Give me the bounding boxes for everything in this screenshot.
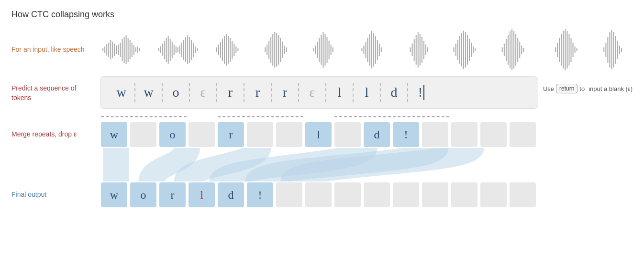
svg-rect-107 (473, 46, 474, 53)
sep-5 (218, 114, 245, 117)
svg-rect-39 (195, 46, 196, 53)
sep-4 (189, 114, 216, 117)
token-input-box[interactable]: w w o ε r r r ε (100, 76, 538, 109)
svg-rect-78 (365, 42, 366, 58)
merge-cell-e5 (334, 122, 361, 147)
svg-rect-76 (361, 48, 362, 51)
merge-grid-row: w o r l d ! (100, 121, 633, 148)
svg-rect-70 (322, 32, 323, 68)
svg-rect-73 (329, 41, 330, 59)
token-excl: ! (408, 85, 434, 100)
svg-rect-55 (268, 41, 269, 59)
connector-area (100, 148, 633, 181)
svg-rect-2 (106, 44, 107, 56)
svg-rect-47 (228, 36, 229, 64)
svg-rect-46 (226, 34, 227, 66)
svg-rect-61 (280, 38, 281, 62)
svg-rect-82 (373, 33, 374, 67)
token-r1: r (217, 85, 244, 100)
connector-svg (100, 148, 633, 181)
merge-cell-p1 (422, 122, 448, 147)
svg-rect-14 (130, 40, 131, 59)
svg-rect-94 (423, 41, 424, 59)
svg-rect-9 (120, 43, 121, 57)
svg-rect-66 (315, 45, 316, 54)
svg-rect-11 (124, 37, 125, 63)
sep-3 (159, 114, 187, 117)
svg-rect-72 (327, 37, 328, 63)
svg-rect-7 (116, 45, 117, 54)
svg-rect-44 (222, 39, 223, 61)
final-cell-excl: ! (247, 182, 273, 207)
waveform-container (100, 28, 633, 71)
svg-rect-64 (286, 47, 287, 52)
final-cell-l: l (189, 182, 215, 207)
svg-rect-127 (566, 31, 567, 68)
svg-rect-28 (174, 45, 175, 55)
svg-rect-104 (467, 35, 468, 65)
svg-rect-98 (455, 44, 456, 56)
svg-rect-74 (331, 45, 332, 55)
svg-rect-97 (454, 47, 455, 52)
token-l1: l (326, 85, 353, 100)
svg-rect-111 (506, 39, 507, 61)
svg-rect-24 (166, 38, 167, 62)
svg-rect-128 (568, 34, 569, 66)
svg-rect-21 (160, 46, 161, 53)
svg-rect-117 (517, 38, 518, 62)
output-label: Final output (11, 190, 46, 200)
svg-rect-5 (112, 42, 113, 58)
merge-cell-o: o (159, 122, 186, 147)
svg-rect-114 (511, 29, 512, 70)
svg-rect-132 (577, 48, 577, 51)
svg-rect-45 (224, 36, 225, 64)
svg-rect-34 (185, 37, 186, 62)
sep-10 (364, 114, 391, 117)
svg-rect-75 (333, 47, 333, 52)
svg-rect-54 (266, 45, 267, 55)
predict-label: Predict a sequence of tokens (11, 76, 100, 102)
token-w1: w (108, 85, 134, 100)
waveform-svg (100, 28, 633, 71)
svg-rect-119 (521, 45, 522, 54)
svg-rect-58 (274, 32, 275, 68)
to-text: to (579, 85, 585, 92)
svg-rect-135 (607, 37, 608, 63)
svg-rect-71 (324, 34, 325, 66)
svg-rect-69 (321, 35, 322, 65)
svg-rect-51 (235, 46, 236, 53)
svg-rect-137 (611, 30, 612, 69)
svg-rect-138 (613, 32, 614, 68)
final-cell-p4 (364, 182, 390, 207)
svg-rect-57 (272, 34, 273, 66)
svg-rect-15 (132, 43, 133, 57)
token-row: Predict a sequence of tokens w w o ε r r (11, 76, 633, 109)
svg-rect-16 (133, 45, 134, 55)
svg-rect-133 (603, 47, 604, 52)
final-cell-p2 (305, 182, 332, 207)
svg-rect-56 (270, 37, 271, 63)
svg-rect-32 (181, 43, 182, 57)
merge-cell-e2 (189, 122, 215, 147)
svg-rect-52 (237, 48, 238, 51)
svg-rect-108 (475, 48, 476, 51)
merge-label-wrapper: Merge repeats, drop ε (11, 121, 100, 148)
merge-cell-r: r (218, 122, 244, 147)
svg-rect-35 (187, 35, 188, 64)
merge-cell-p2 (451, 122, 477, 147)
final-cell-p9 (510, 182, 536, 207)
svg-rect-142 (621, 48, 622, 52)
svg-rect-38 (193, 43, 194, 57)
svg-rect-12 (126, 35, 127, 64)
svg-rect-13 (128, 38, 129, 62)
sep-9 (334, 114, 362, 117)
svg-rect-77 (363, 45, 364, 54)
svg-rect-109 (502, 47, 503, 52)
svg-rect-3 (108, 43, 109, 57)
merge-cell-excl: ! (393, 122, 419, 147)
svg-rect-110 (504, 44, 505, 56)
svg-rect-100 (459, 36, 460, 64)
page-title: How CTC collapsing works (11, 10, 633, 20)
svg-rect-115 (513, 31, 514, 68)
svg-rect-140 (617, 41, 618, 59)
